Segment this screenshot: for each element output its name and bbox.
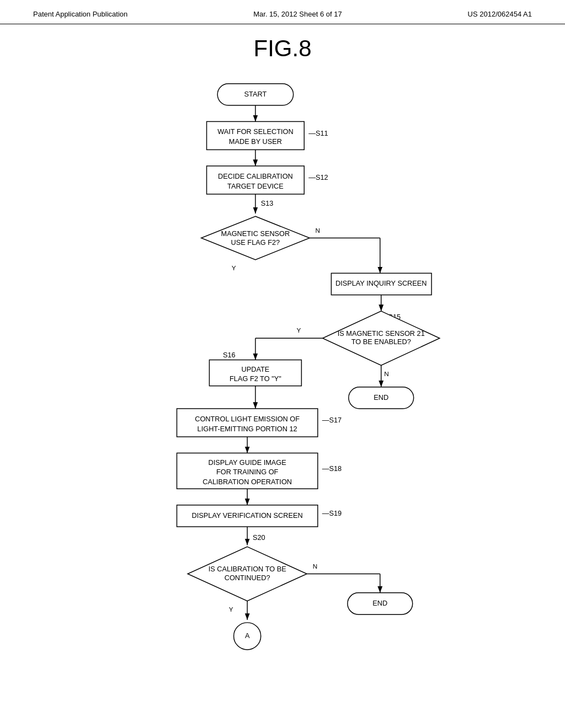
s16-text: UPDATE [242, 365, 270, 373]
s13-label: S13 [261, 199, 274, 207]
s16-text2: FLAG F2 TO "Y" [230, 374, 281, 383]
s20-label-top: S20 [253, 533, 265, 542]
s15-text: IS MAGNETIC SENSOR 21 [338, 329, 425, 338]
s13-text: MAGNETIC SENSOR [221, 229, 290, 238]
s15-n-label: N [384, 370, 389, 377]
flowchart: START WAIT FOR SELECTION MADE BY USER —S… [89, 73, 476, 679]
end2-text: END [372, 599, 387, 607]
s18-label: —S18 [322, 464, 342, 473]
s15-y-label: Y [297, 326, 301, 334]
s17-text2: LIGHT-EMITTING PORTION 12 [198, 425, 297, 433]
s15-text2: TO BE ENABLED? [351, 338, 411, 346]
figure-title: FIG.8 [253, 35, 311, 62]
s18-text: DISPLAY GUIDE IMAGE [209, 458, 286, 467]
header-right: US 2012/062454 A1 [468, 10, 532, 18]
start-label: START [244, 90, 267, 98]
s12-text2: TARGET DEVICE [227, 182, 284, 190]
s13-text2: USE FLAG F2? [231, 238, 280, 247]
s17-label: —S17 [322, 416, 342, 424]
s16-label: S16 [223, 351, 236, 359]
s14-text: DISPLAY INQUIRY SCREEN [335, 279, 427, 287]
page-header: Patent Application Publication Mar. 15, … [0, 0, 565, 24]
s12-label: —S12 [308, 173, 328, 181]
s11-text2: MADE BY USER [229, 137, 282, 146]
s13-n-label: N [316, 227, 321, 234]
s20-n-label: N [313, 563, 318, 570]
s17-text: CONTROL LIGHT EMISSION OF [195, 415, 300, 423]
s20-y-label: Y [229, 606, 233, 613]
header-center: Mar. 15, 2012 Sheet 6 of 17 [253, 10, 342, 18]
s18-text2: FOR TRAINING OF [216, 468, 279, 476]
diagram-container: FIG.8 START WAIT FOR SELECTION MADE BY U… [0, 24, 565, 690]
s20-text2: CONTINUED? [225, 574, 270, 582]
s11-text: WAIT FOR SELECTION [217, 127, 293, 136]
s19-label: —S19 [322, 509, 342, 517]
header-left: Patent Application Publication [33, 10, 127, 18]
s12-text: DECIDE CALIBRATION [218, 172, 293, 180]
s20-text: IS CALIBRATION TO BE [209, 565, 286, 573]
s11-label: —S11 [308, 129, 328, 137]
a-circle-text: A [245, 631, 250, 640]
s18-text3: CALIBRATION OPERATION [202, 478, 292, 486]
s13-y-label: Y [232, 264, 236, 271]
s19-text: DISPLAY VERIFICATION SCREEN [192, 511, 303, 520]
end1-text: END [374, 393, 388, 402]
